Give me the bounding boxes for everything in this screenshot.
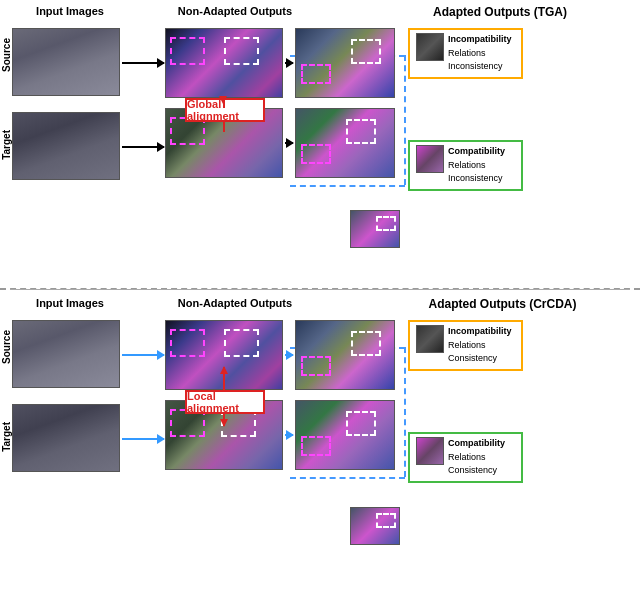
top-info-inconsistency1: Inconsistency [448, 60, 512, 74]
top-info-thumb2 [416, 145, 444, 173]
top-red-arrow-down [219, 96, 227, 104]
bot-info-consistency1: Consistency [448, 352, 512, 366]
top-source-adapted-image [295, 28, 395, 98]
top-source-adapted-pink-box [301, 64, 331, 84]
bot-col-header-input: Input Images [15, 297, 125, 309]
top-info-relations1: Relations [448, 47, 512, 61]
top-source-nonadapted-white-box [224, 37, 259, 65]
bot-col-header-adapted: Adapted Outputs (CrCDA) [390, 297, 615, 311]
bot-target-input-image [12, 404, 120, 472]
bot-red-vert2 [223, 414, 225, 426]
bot-target-arrow1 [122, 438, 164, 440]
bot-info-relations2: Relations [448, 451, 505, 465]
top-dashed-blue-target [290, 185, 405, 187]
top-source-adapted-white-box [351, 39, 381, 64]
diagram-container: Input Images Non-Adapted Outputs Adapted… [0, 0, 640, 590]
top-target-label: Target [1, 130, 12, 160]
bot-info-box-compatibility: Compatibility Relations Consistency [408, 432, 523, 483]
top-info-relations2: Relations [448, 159, 505, 173]
top-info-box-incompatibility: Incompatibility Relations Inconsistency [408, 28, 523, 79]
top-target-adapted-image [295, 108, 395, 178]
top-target-adapted-thumb [350, 210, 400, 248]
top-target-input-image [12, 112, 120, 180]
bot-source-label: Source [1, 330, 12, 364]
bot-red-vert1 [223, 367, 225, 390]
bottom-section: Input Images Non-Adapted Outputs Adapted… [0, 292, 640, 590]
bot-source-adapted-pink-box [301, 356, 331, 376]
top-info-compatibility: Compatibility [448, 145, 505, 159]
top-target-adapted-white-box [346, 119, 376, 144]
bot-info-compatibility: Compatibility [448, 437, 505, 451]
bot-target-label: Target [1, 422, 12, 452]
top-target-arrow2 [285, 142, 293, 144]
section-divider [10, 289, 630, 290]
top-info-box-compatibility: Compatibility Relations Inconsistency [408, 140, 523, 191]
top-col-header-input: Input Images [15, 5, 125, 17]
bot-source-arrow1 [122, 354, 164, 356]
bot-source-input-image [12, 320, 120, 388]
top-thumb-white-box [376, 216, 396, 231]
bot-info-incompatibility: Incompatibility [448, 325, 512, 339]
top-source-nonadapted-image [165, 28, 283, 98]
bot-info-thumb2 [416, 437, 444, 465]
top-red-vert2 [223, 122, 225, 132]
bot-target-adapted-pink-box [301, 436, 331, 456]
top-info-incompatibility: Incompatibility [448, 33, 512, 47]
bot-info-relations1: Relations [448, 339, 512, 353]
top-info-thumb1 [416, 33, 444, 61]
bot-thumb-white-box [376, 513, 396, 528]
bot-source-nonadapted-pink-box [170, 329, 205, 357]
top-dashed-blue-vert [404, 55, 406, 185]
bot-target-adapted-white-box [346, 411, 376, 436]
top-source-label: Source [1, 38, 12, 72]
bot-info-consistency2: Consistency [448, 464, 505, 478]
bot-info-box-incompatibility: Incompatibility Relations Consistency [408, 320, 523, 371]
bot-col-header-nonadapted: Non-Adapted Outputs [175, 297, 295, 309]
bot-info-thumb1 [416, 325, 444, 353]
bot-target-arrow2 [285, 434, 293, 436]
top-col-header-nonadapted: Non-Adapted Outputs [175, 5, 295, 17]
bot-source-nonadapted-white-box [224, 329, 259, 357]
bot-target-adapted-thumb [350, 507, 400, 545]
top-source-nonadapted-pink-box [170, 37, 205, 65]
bot-target-adapted-image [295, 400, 395, 470]
bot-local-alignment-box: Local alignment [185, 390, 265, 414]
bot-source-adapted-image [295, 320, 395, 390]
bot-dashed-blue-vert [404, 347, 406, 477]
top-source-input-image [12, 28, 120, 96]
top-col-header-adapted: Adapted Outputs (TGA) [390, 5, 610, 19]
bot-source-arrow2 [285, 354, 293, 356]
bot-dashed-blue-target [290, 477, 405, 479]
top-source-arrow2 [285, 62, 293, 64]
top-target-arrow1 [122, 146, 164, 148]
top-info-inconsistency2: Inconsistency [448, 172, 505, 186]
top-source-arrow1 [122, 62, 164, 64]
top-target-adapted-pink-box [301, 144, 331, 164]
bot-source-adapted-white-box [351, 331, 381, 356]
top-section: Input Images Non-Adapted Outputs Adapted… [0, 0, 640, 290]
